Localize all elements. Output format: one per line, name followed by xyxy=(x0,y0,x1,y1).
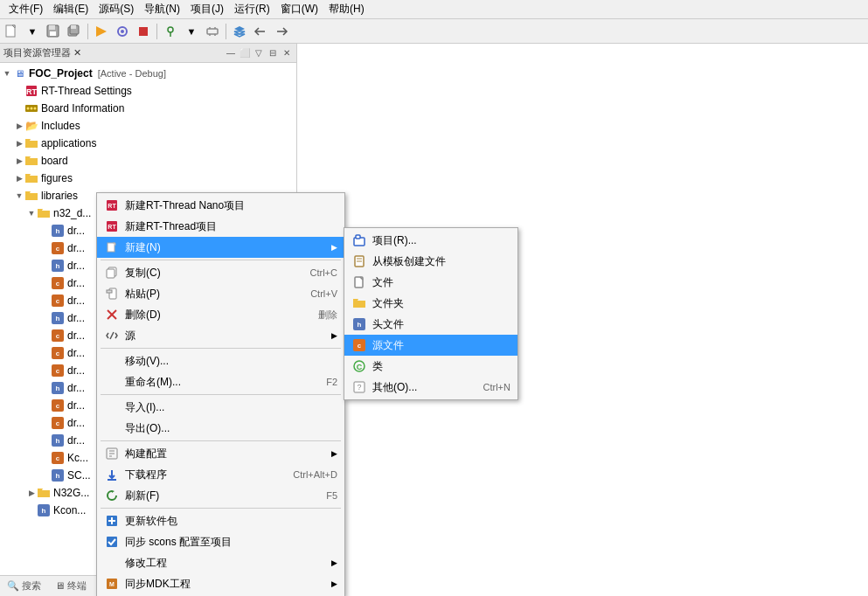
ctx-new-rt-nano-label: 新建RT-Thread Nano项目 xyxy=(125,198,337,213)
ctx-build-config-arrow-icon: ▶ xyxy=(331,449,337,458)
figures-label: figures xyxy=(41,172,73,184)
sub-new-class[interactable]: C 类 xyxy=(344,356,517,377)
libraries-folder-icon xyxy=(24,189,38,203)
ctx-copy[interactable]: 复制(C) Ctrl+C xyxy=(97,262,344,283)
ctx-export-label: 导出(O)... xyxy=(125,421,337,436)
ctx-modify-proj[interactable]: 修改工程 ▶ xyxy=(97,552,344,573)
toolbar-dropdown-btn[interactable]: ▼ xyxy=(23,22,42,41)
sub-new-folder[interactable]: 文件夹 xyxy=(344,293,517,314)
ctx-export[interactable]: 导出(O)... xyxy=(97,418,344,439)
tree-figures[interactable]: ▶ figures xyxy=(0,170,296,187)
expand-project-icon[interactable]: ▼ xyxy=(2,68,12,79)
terminal-btn[interactable]: 🖥 终端 xyxy=(55,579,87,593)
new-other-icon: ? xyxy=(351,379,367,395)
sub-new-project[interactable]: 项目(R)... xyxy=(344,230,517,251)
ctx-sync-mdk[interactable]: M 同步MDK工程 ▶ xyxy=(97,573,344,594)
ctx-delete[interactable]: 删除(D) 删除 xyxy=(97,304,344,325)
dr8-label: dr... xyxy=(67,347,85,359)
new-class-icon: C xyxy=(351,358,367,374)
panel-minimize-btn[interactable]: — xyxy=(225,47,237,59)
dr13-file-icon: h xyxy=(51,433,65,447)
ctx-build-config[interactable]: 构建配置 ▶ xyxy=(97,443,344,464)
ctx-paste[interactable]: 粘贴(P) Ctrl+V xyxy=(97,283,344,304)
expand-n32d-icon[interactable]: ▼ xyxy=(26,208,37,218)
expand-board-folder-icon[interactable]: ▶ xyxy=(14,156,24,166)
ctx-sync-mdk-arrow-icon: ▶ xyxy=(331,579,337,588)
rename-icon xyxy=(104,374,120,390)
sub-new-source[interactable]: c 源文件 xyxy=(344,335,517,356)
search-btn[interactable]: 🔍 搜索 xyxy=(7,579,41,593)
menu-navigate[interactable]: 导航(N) xyxy=(139,0,185,18)
panel-maximize-btn[interactable]: ⬜ xyxy=(239,47,251,59)
ctx-source[interactable]: 源 ▶ xyxy=(97,325,344,346)
ctx-sep-4 xyxy=(101,440,341,441)
ctx-new[interactable]: 新建(N) ▶ xyxy=(97,237,344,258)
expand-includes-icon[interactable]: ▶ xyxy=(14,121,24,131)
menu-window[interactable]: 窗口(W) xyxy=(275,0,323,18)
toolbar-save-btn[interactable] xyxy=(44,22,63,41)
ctx-rename[interactable]: 重命名(M)... F2 xyxy=(97,371,344,392)
toolbar-forward-btn[interactable] xyxy=(272,22,291,41)
toolbar-save-all-btn[interactable] xyxy=(65,22,84,41)
tree-includes[interactable]: ▶ 📂 Includes xyxy=(0,117,296,135)
sub-new-header[interactable]: h 头文件 xyxy=(344,314,517,335)
sub-new-other-shortcut: Ctrl+N xyxy=(483,382,510,392)
ctx-refresh[interactable]: 刷新(F) F5 xyxy=(97,485,344,506)
menu-source[interactable]: 源码(S) xyxy=(94,0,139,18)
menu-project[interactable]: 项目(J) xyxy=(185,0,229,18)
toolbar-stop-btn[interactable] xyxy=(134,22,153,41)
sub-new-from-template[interactable]: 从模板创建文件 xyxy=(344,251,517,272)
toolbar-layers-btn[interactable] xyxy=(230,22,249,41)
ctx-sep-1 xyxy=(101,260,341,260)
ctx-sep-2 xyxy=(101,348,341,349)
ctx-new-rt-nano[interactable]: RT 新建RT-Thread Nano项目 xyxy=(97,195,344,216)
delete-icon xyxy=(104,307,120,322)
dr6-file-icon: h xyxy=(51,311,65,325)
svg-rect-7 xyxy=(71,25,76,29)
ctx-download[interactable]: 下载程序 Ctrl+Alt+D xyxy=(97,464,344,485)
dr1-file-icon: h xyxy=(51,224,65,238)
tree-rt-settings[interactable]: RT RT-Thread Settings xyxy=(0,82,296,100)
tree-board[interactable]: ▶ board xyxy=(0,152,296,170)
menu-bar: 文件(F) 编辑(E) 源码(S) 导航(N) 项目(J) 运行(R) 窗口(W… xyxy=(0,0,868,19)
toolbar-new-btn[interactable] xyxy=(2,22,21,41)
no-expand-9 xyxy=(40,365,51,376)
panel-close-btn[interactable]: ✕ xyxy=(281,47,293,59)
no-expand-10 xyxy=(40,383,51,393)
ctx-new-rt[interactable]: RT 新建RT-Thread项目 xyxy=(97,216,344,237)
export-icon xyxy=(104,420,120,436)
sub-new-other[interactable]: ? 其他(O)... Ctrl+N xyxy=(344,377,517,398)
toolbar-connect-btn[interactable] xyxy=(203,22,222,41)
tree-board-info[interactable]: Board Information xyxy=(0,100,296,117)
ctx-move[interactable]: 移动(V)... xyxy=(97,350,344,371)
kc-label: Kc... xyxy=(67,452,88,464)
sc-label: SC... xyxy=(67,469,91,482)
expand-libraries-icon[interactable]: ▼ xyxy=(14,191,24,201)
tree-applications[interactable]: ▶ applications xyxy=(0,135,296,152)
menu-edit[interactable]: 编辑(E) xyxy=(48,0,94,18)
expand-n32g-icon[interactable]: ▶ xyxy=(26,488,37,498)
panel-restore-btn[interactable]: ⊟ xyxy=(267,47,279,59)
no-expand-2 xyxy=(40,243,51,253)
sub-new-file[interactable]: 文件 xyxy=(344,272,517,293)
svg-point-12 xyxy=(168,27,173,32)
tree-root-project[interactable]: ▼ 🖥 FOC_Project [Active - Debug] xyxy=(0,65,296,82)
expand-app-icon[interactable]: ▶ xyxy=(14,138,24,149)
menu-run[interactable]: 运行(R) xyxy=(229,0,275,18)
toolbar-build-btn[interactable] xyxy=(92,22,111,41)
toolbar-btn-4[interactable] xyxy=(161,22,180,41)
ctx-import[interactable]: 导入(I)... xyxy=(97,397,344,418)
dr11-file-icon: c xyxy=(51,398,65,412)
ctx-sync-scons[interactable]: 同步 scons 配置至项目 xyxy=(97,531,344,552)
svg-rect-38 xyxy=(107,290,112,293)
toolbar-back-btn[interactable] xyxy=(251,22,270,41)
ctx-update-pkg[interactable]: 更新软件包 xyxy=(97,510,344,531)
menu-help[interactable]: 帮助(H) xyxy=(323,0,370,18)
toolbar-dropdown2-btn[interactable]: ▼ xyxy=(182,22,201,41)
no-expand-kcon xyxy=(26,505,37,516)
expand-figures-icon[interactable]: ▶ xyxy=(14,173,24,184)
ctx-new-label: 新建(N) xyxy=(125,240,331,255)
menu-file[interactable]: 文件(F) xyxy=(3,0,48,18)
panel-arrow-btn[interactable]: ▽ xyxy=(253,47,265,59)
toolbar-debug-btn[interactable] xyxy=(113,22,132,41)
